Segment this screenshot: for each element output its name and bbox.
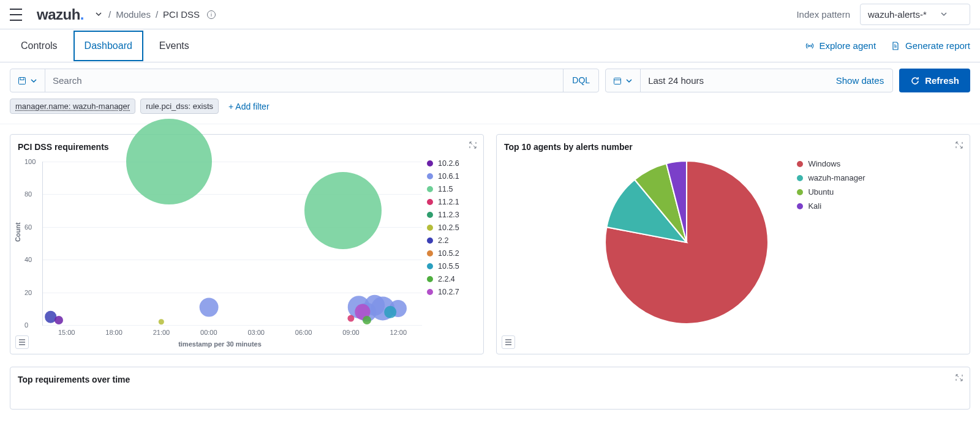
expand-panel-button[interactable] [955, 141, 963, 151]
query-lang-button[interactable]: DQL [563, 69, 598, 92]
legend-dot-icon [797, 203, 803, 209]
dashboard-panels: PCI DSS requirements Count 0204060801001… [0, 124, 980, 419]
generate-report-button[interactable]: Generate report [891, 40, 970, 51]
legend-dot-icon [797, 189, 803, 195]
pie-svg[interactable] [601, 157, 772, 328]
legend-item[interactable]: 10.2.5 [427, 223, 476, 232]
legend-dot-icon [427, 263, 433, 269]
show-dates-button[interactable]: Show dates [827, 69, 892, 92]
legend-item[interactable]: 11.2.3 [427, 211, 476, 219]
x-tick: 15:00 [58, 329, 75, 336]
legend-label: 10.5.5 [438, 262, 459, 271]
search-box: Search DQL [10, 69, 599, 92]
add-filter-button[interactable]: + Add filter [228, 102, 270, 111]
calendar-icon [613, 77, 622, 85]
wazuh-logo[interactable]: wazuh. [37, 6, 84, 23]
chevron-down-icon [30, 77, 37, 84]
legend-item[interactable]: 10.6.1 [427, 172, 476, 181]
refresh-icon [910, 76, 920, 86]
bubble-plot[interactable]: Count 02040608010015:0018:0021:0000:0003… [18, 157, 422, 346]
legend-item[interactable]: Ubuntu [797, 187, 865, 196]
bubble-point[interactable] [304, 172, 382, 249]
y-tick: 0 [24, 321, 28, 329]
panel-top-agents: Top 10 agents by alerts number Windowswa… [496, 134, 970, 354]
legend-label: Kali [808, 201, 821, 211]
legend-item[interactable]: wazuh-manager [797, 173, 865, 182]
svg-rect-2 [20, 77, 24, 80]
legend-item[interactable]: Windows [797, 159, 865, 168]
legend-item[interactable]: 11.5 [427, 185, 476, 193]
bubble-point[interactable] [199, 297, 218, 316]
legend-label: 10.6.1 [438, 172, 459, 181]
legend-dot-icon [427, 160, 433, 166]
chevron-down-icon [940, 9, 948, 20]
legend-dot-icon [427, 173, 433, 179]
svg-rect-3 [614, 78, 621, 84]
filter-pill[interactable]: rule.pci_dss: exists [140, 99, 219, 114]
legend-item[interactable]: 10.5.2 [427, 249, 476, 258]
expand-panel-button[interactable] [469, 141, 477, 151]
filter-bar: manager.name: wazuh-manager rule.pci_dss… [0, 92, 980, 124]
legend-toggle-button[interactable] [15, 335, 29, 349]
index-pattern-value: wazuh-alerts-* [868, 9, 927, 20]
pie-legend: Windowswazuh-managerUbuntuKali [797, 157, 865, 211]
saved-query-button[interactable] [10, 69, 45, 92]
legend-label: 11.2.3 [438, 211, 459, 219]
broadcast-icon [805, 41, 815, 51]
legend-label: 10.2.7 [438, 288, 459, 296]
legend-toggle-button[interactable] [502, 335, 515, 349]
legend-label: 2.2 [438, 236, 448, 245]
y-tick: 40 [24, 256, 32, 263]
bubble-point[interactable] [363, 316, 371, 324]
legend-label: 2.2.4 [438, 275, 455, 283]
tabs: Controls Dashboard Events [10, 31, 200, 61]
pie-chart: Windowswazuh-managerUbuntuKali [504, 157, 962, 346]
x-tick: 21:00 [153, 329, 170, 336]
breadcrumb: / Modules / PCI DSS i [108, 9, 216, 20]
legend-label: Windows [808, 159, 840, 168]
legend-dot-icon [427, 212, 433, 218]
refresh-button[interactable]: Refresh [899, 69, 970, 92]
tab-controls[interactable]: Controls [10, 31, 69, 61]
panel-pci-requirements: PCI DSS requirements Count 0204060801001… [10, 134, 484, 354]
explore-agent-button[interactable]: Explore agent [805, 40, 876, 51]
legend-item[interactable]: 10.2.7 [427, 288, 476, 296]
legend-item[interactable]: Kali [797, 201, 865, 211]
x-tick: 00:00 [200, 329, 217, 336]
bubble-legend: 10.2.610.6.111.511.2.111.2.310.2.52.210.… [427, 157, 476, 346]
legend-label: 11.2.1 [438, 198, 459, 206]
y-axis-label: Count [14, 222, 21, 242]
legend-item[interactable]: 2.2.4 [427, 275, 476, 283]
tab-dashboard[interactable]: Dashboard [74, 31, 143, 61]
legend-dot-icon [427, 289, 433, 295]
expand-panel-button[interactable] [955, 373, 963, 384]
bubble-point[interactable] [347, 315, 354, 322]
search-input[interactable]: Search [45, 69, 563, 92]
date-range-text[interactable]: Last 24 hours [641, 69, 827, 92]
legend-dot-icon [427, 225, 433, 231]
legend-item[interactable]: 2.2 [427, 236, 476, 245]
bubble-point[interactable] [159, 319, 164, 324]
menu-toggle-button[interactable] [10, 9, 22, 21]
index-pattern-select[interactable]: wazuh-alerts-* [860, 4, 970, 25]
document-icon [891, 41, 900, 51]
tab-events[interactable]: Events [148, 31, 200, 61]
legend-item[interactable]: 10.2.6 [427, 159, 476, 168]
legend-label: 10.2.5 [438, 223, 459, 232]
legend-item[interactable]: 11.2.1 [427, 198, 476, 206]
svg-rect-1 [19, 77, 26, 84]
y-tick: 100 [24, 158, 36, 165]
legend-label: 10.2.6 [438, 159, 459, 168]
date-quick-button[interactable] [606, 69, 641, 92]
bubble-point[interactable] [385, 306, 397, 318]
legend-item[interactable]: 10.5.5 [427, 262, 476, 271]
index-pattern-label: Index pattern [796, 9, 850, 20]
chevron-down-icon[interactable] [95, 10, 102, 20]
filter-pill[interactable]: manager.name: wazuh-manager [10, 99, 135, 114]
legend-dot-icon [427, 238, 433, 244]
breadcrumb-modules[interactable]: Modules [116, 9, 151, 20]
bubble-point[interactable] [55, 316, 63, 324]
info-icon[interactable]: i [207, 10, 216, 19]
breadcrumb-current[interactable]: PCI DSS [163, 9, 200, 20]
bubble-point[interactable] [126, 119, 212, 204]
